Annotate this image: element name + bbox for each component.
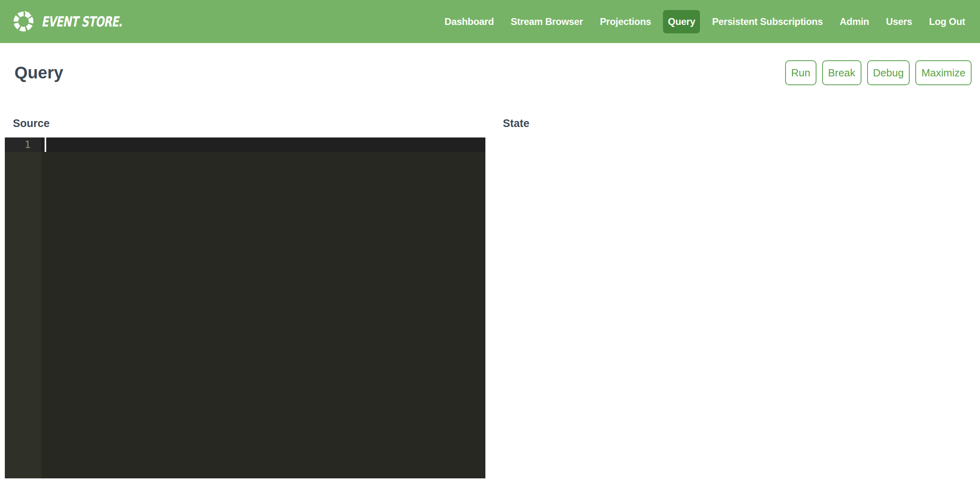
top-navbar: EVENT STORE. Dashboard Stream Browser Pr… bbox=[0, 0, 980, 43]
eventstore-logo-icon bbox=[12, 10, 35, 33]
nav-item-log-out[interactable]: Log Out bbox=[924, 10, 970, 33]
nav-item-admin[interactable]: Admin bbox=[835, 10, 874, 33]
editor-text-area[interactable] bbox=[41, 137, 485, 478]
editor-line-number: 1 bbox=[5, 137, 41, 152]
editor-line-number-gutter: 1 bbox=[5, 137, 41, 478]
nav-item-query[interactable]: Query bbox=[663, 10, 700, 33]
nav-item-stream-browser[interactable]: Stream Browser bbox=[506, 10, 588, 33]
eventstore-brand: EVENT STORE. bbox=[12, 10, 150, 33]
source-panel-label: Source bbox=[5, 117, 485, 129]
run-button[interactable]: Run bbox=[785, 60, 816, 85]
state-panel-content bbox=[495, 137, 976, 178]
state-panel: State bbox=[490, 117, 980, 478]
debug-button[interactable]: Debug bbox=[867, 60, 910, 85]
nav-item-dashboard[interactable]: Dashboard bbox=[440, 10, 499, 33]
page-header: Query Run Break Debug Maximize bbox=[14, 60, 972, 85]
eventstore-wordmark: EVENT STORE. bbox=[41, 14, 122, 30]
page-title: Query bbox=[14, 64, 63, 82]
main-content: Source 1 State bbox=[0, 117, 980, 478]
query-source-editor[interactable]: 1 bbox=[5, 137, 485, 478]
navbar-menu: Dashboard Stream Browser Projections Que… bbox=[436, 10, 974, 33]
query-toolbar: Run Break Debug Maximize bbox=[779, 60, 972, 85]
state-panel-label: State bbox=[495, 117, 976, 129]
editor-active-line-highlight bbox=[41, 137, 485, 152]
nav-item-users[interactable]: Users bbox=[881, 10, 917, 33]
source-panel: Source 1 bbox=[0, 117, 490, 478]
break-button[interactable]: Break bbox=[822, 60, 861, 85]
nav-item-persistent-subscriptions[interactable]: Persistent Subscriptions bbox=[707, 10, 828, 33]
maximize-button[interactable]: Maximize bbox=[915, 60, 972, 85]
nav-item-projections[interactable]: Projections bbox=[595, 10, 656, 33]
editor-text-cursor bbox=[45, 137, 46, 152]
